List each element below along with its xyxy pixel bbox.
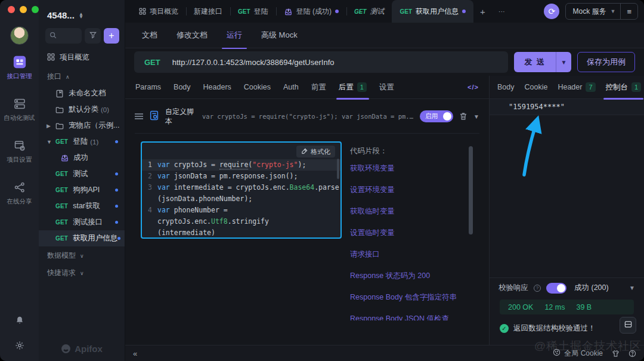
code-line[interactable]: 3var intermediate = cryptoJs.enc.Base64.… bbox=[142, 182, 340, 193]
top-tab-项目概览[interactable]: 项目概览 bbox=[131, 0, 186, 23]
section-快捷请求[interactable]: 快捷请求∨ bbox=[39, 265, 125, 281]
method-get-label: GET bbox=[55, 187, 68, 193]
rail-item-api-manage[interactable]: 接口管理 bbox=[0, 55, 39, 81]
top-tab-测试[interactable]: GET测试 bbox=[346, 0, 392, 23]
filter-button[interactable] bbox=[85, 28, 101, 44]
snippet-link[interactable]: Response Body 包含字指定符串 bbox=[350, 286, 481, 308]
chevron-down-icon[interactable]: ▼ bbox=[629, 285, 635, 291]
doc-tab-修改文档[interactable]: 修改文档 bbox=[177, 30, 208, 41]
code-editor[interactable]: 格式化 1var cryptoJs = require("crypto-js")… bbox=[141, 141, 342, 239]
custom-script-row[interactable]: 自定义脚本 var cryptoJs = require("crypto-js"… bbox=[135, 107, 479, 134]
code-line[interactable]: 1var cryptoJs = require("crypto-js"); bbox=[142, 159, 340, 171]
snippet-link[interactable]: Response Body JSON 值检查 bbox=[350, 308, 481, 320]
save-as-case-button[interactable]: 保存为用例 bbox=[577, 52, 635, 72]
response-tab-Cookie[interactable]: Cookie bbox=[525, 83, 548, 91]
section-数据模型[interactable]: 数据模型∨ bbox=[39, 248, 125, 264]
snippet-link[interactable]: Response 状态码为 200 bbox=[350, 265, 481, 286]
request-tab-后置[interactable]: 后置1 bbox=[339, 82, 367, 92]
doc-tab-高级 Mock[interactable]: 高级 Mock bbox=[261, 30, 298, 41]
case-name[interactable]: 成功 (200) bbox=[574, 283, 609, 293]
rail-item-auto-test[interactable]: 自动化测试 bbox=[0, 97, 39, 122]
tree-item-未命名文档[interactable]: 未命名文档 bbox=[39, 85, 125, 101]
add-button[interactable]: + bbox=[104, 28, 119, 44]
tree-item-默认分类[interactable]: 默认分类(0) bbox=[39, 101, 125, 118]
snippet-link[interactable]: 获取环境变量 bbox=[350, 158, 481, 179]
menu-icon[interactable]: ≡ bbox=[621, 7, 637, 16]
help-circle-icon[interactable] bbox=[628, 350, 636, 357]
project-name[interactable]: 4548... bbox=[47, 10, 75, 20]
enable-toggle[interactable]: 启用 bbox=[420, 110, 453, 122]
tree-item-成功[interactable]: 成功 bbox=[39, 150, 125, 166]
code-view-icon[interactable]: </> bbox=[467, 84, 479, 91]
minimize-window-button[interactable] bbox=[20, 6, 27, 13]
collapse-sidebar-button[interactable]: « bbox=[133, 349, 137, 358]
doc-tab-运行[interactable]: 运行 bbox=[227, 30, 242, 41]
tree-item-测试接口[interactable]: GET测试接口 bbox=[39, 214, 125, 230]
top-tab-获取用户信息[interactable]: GET获取用户信息 bbox=[392, 0, 473, 23]
trash-icon[interactable] bbox=[459, 112, 467, 121]
theme-shirt-icon[interactable] bbox=[612, 350, 620, 357]
gear-icon[interactable] bbox=[13, 338, 27, 353]
doc-tab-文档[interactable]: 文档 bbox=[142, 30, 157, 41]
close-window-button[interactable] bbox=[8, 6, 15, 13]
top-tab-label: 登陆 (成功) bbox=[296, 7, 332, 17]
send-dropdown-caret[interactable]: ▼ bbox=[556, 52, 571, 72]
code-line[interactable]: 4var phoneNumber = cryptoJs.enc.Utf8.str… bbox=[142, 205, 340, 227]
help-icon[interactable]: ? bbox=[534, 285, 541, 292]
code-line[interactable]: (jsonData.phoneNumber); bbox=[142, 193, 340, 205]
tree-item-宠物店（示例...[interactable]: ▶宠物店（示例... bbox=[39, 118, 125, 134]
code-line[interactable]: (intermediate) bbox=[142, 227, 340, 239]
request-tab-Body[interactable]: Body bbox=[174, 83, 191, 91]
editor-scrollbar[interactable] bbox=[337, 159, 339, 179]
response-tab-Header[interactable]: Header7 bbox=[558, 82, 595, 92]
snippet-link[interactable]: 请求接口 bbox=[350, 243, 481, 265]
request-tab-前置[interactable]: 前置 bbox=[311, 82, 326, 92]
tree-item-star获取[interactable]: GETstar获取 bbox=[39, 198, 125, 214]
layout-toggle-button[interactable] bbox=[620, 317, 636, 334]
section-api[interactable]: 接口 ∧ bbox=[39, 63, 125, 85]
maximize-window-button[interactable] bbox=[32, 6, 39, 13]
request-tab-Params[interactable]: Params bbox=[135, 83, 161, 91]
code-line[interactable]: 2var jsonData = pm.response.json(); bbox=[142, 171, 340, 182]
top-tab-登陆 (成功)[interactable]: 登陆 (成功) bbox=[276, 0, 346, 23]
top-tab-新建接口[interactable]: 新建接口 bbox=[186, 0, 230, 23]
response-tab-Body[interactable]: Body bbox=[497, 83, 515, 91]
avatar[interactable] bbox=[10, 26, 29, 45]
top-tab-登陆[interactable]: GET登陆 bbox=[230, 0, 276, 23]
console-output[interactable]: "1591954****" bbox=[490, 99, 644, 115]
mock-service-text: Mock 服务 bbox=[572, 7, 606, 17]
chevron-right-icon[interactable]: ▶ bbox=[47, 123, 51, 129]
response-tab-控制台[interactable]: 控制台1 bbox=[606, 82, 642, 92]
snippet-link[interactable]: 设置环境变量 bbox=[350, 179, 481, 200]
send-button[interactable]: 发 送 ▼ bbox=[514, 52, 571, 72]
tree-item-狗狗API[interactable]: GET狗狗API bbox=[39, 182, 125, 198]
tree-item-获取用户信息[interactable]: GET获取用户信息 bbox=[39, 230, 125, 246]
snippet-link[interactable]: 获取临时变量 bbox=[350, 200, 481, 222]
snippets-scrollbar[interactable] bbox=[469, 146, 473, 235]
rail-item-project-settings[interactable]: 项目设置 bbox=[0, 138, 39, 164]
rail-item-online-share[interactable]: 在线分享 bbox=[0, 180, 39, 206]
request-tab-Auth[interactable]: Auth bbox=[283, 83, 299, 91]
project-switcher-icon[interactable]: ▲▼ bbox=[79, 13, 83, 18]
apifox-window: 接口管理自动化测试项目设置在线分享 4548... ▲▼ bbox=[0, 0, 644, 361]
collapse-chevron-icon[interactable]: ▼ bbox=[473, 113, 479, 120]
url-input[interactable]: GET http://127.0.0.1:4523/mock/388694/ge… bbox=[134, 51, 508, 73]
format-button[interactable]: 格式化 bbox=[296, 146, 335, 158]
request-tab-Headers[interactable]: Headers bbox=[203, 83, 231, 91]
sync-button[interactable]: ⟳ bbox=[544, 4, 559, 19]
request-tab-设置[interactable]: 设置 bbox=[379, 82, 394, 92]
mock-service-select[interactable]: Mock 服务▼≡ bbox=[565, 3, 638, 20]
validate-toggle[interactable] bbox=[546, 283, 566, 294]
tree-item-登陆[interactable]: ▼GET登陆(1) bbox=[39, 134, 125, 150]
new-tab-button[interactable]: + bbox=[473, 0, 492, 23]
request-tab-Cookies[interactable]: Cookies bbox=[244, 83, 271, 91]
global-cookie-button[interactable]: 全局 Cookie bbox=[553, 348, 603, 359]
tab-more-button[interactable]: ··· bbox=[492, 0, 512, 23]
sidebar-item-project-overview[interactable]: 项目概览 bbox=[39, 44, 125, 63]
drag-handle-icon[interactable] bbox=[135, 113, 143, 119]
bell-icon[interactable] bbox=[13, 313, 27, 328]
snippet-link[interactable]: 设置临时变量 bbox=[350, 222, 481, 243]
chevron-down-icon[interactable]: ▼ bbox=[47, 139, 52, 145]
tree-item-测试[interactable]: GET测试 bbox=[39, 166, 125, 182]
search-input[interactable] bbox=[45, 28, 82, 44]
